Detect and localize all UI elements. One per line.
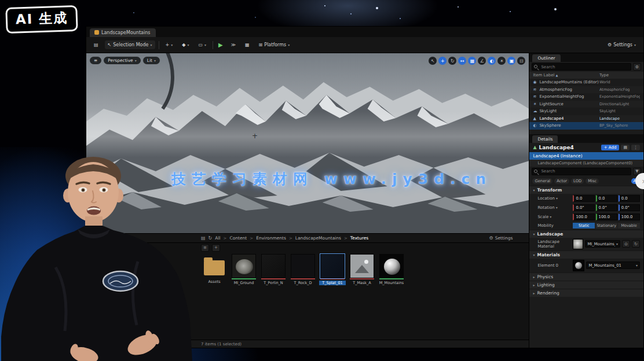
section-transform[interactable]: ▾ Transform: [529, 186, 643, 194]
chip-general[interactable]: General: [532, 178, 552, 184]
platforms-dropdown[interactable]: ⊞ Platforms ▾: [256, 40, 293, 49]
mobility-stationary-button[interactable]: Stationary: [595, 223, 617, 229]
outliner-row[interactable]: ≋ AtmosphericFog AtmosphericFog: [529, 86, 643, 94]
tab-details[interactable]: Details: [532, 135, 558, 143]
scale-y-field[interactable]: 100.0: [596, 213, 617, 220]
section-lighting[interactable]: ▸ Lighting: [529, 281, 643, 289]
component-row[interactable]: LandscapeComponent (LandscapeComponent0): [529, 160, 643, 167]
save-all-button[interactable]: ▤: [201, 235, 206, 241]
project-tab[interactable]: LandscapeMountains: [90, 28, 156, 37]
section-rendering[interactable]: ▸ Rendering: [529, 289, 643, 297]
scale-tool-button[interactable]: ↔: [458, 57, 466, 65]
scale-z-field[interactable]: 100.0: [619, 213, 640, 220]
outliner-row[interactable]: ☀ LightSource DirectionalLight: [529, 101, 643, 108]
asset-name: MI_Ground: [234, 281, 254, 285]
rotation-x-field[interactable]: 0.0°: [573, 204, 594, 211]
skip-button[interactable]: ≫: [228, 40, 239, 49]
breadcrumb-segment[interactable]: Content: [229, 235, 247, 241]
chevron-right-icon: ▸: [533, 291, 535, 295]
mobility-static-button[interactable]: Static: [573, 223, 595, 229]
quick-add-button[interactable]: + ▾: [163, 40, 176, 49]
asset-tile[interactable]: T_Perlin_N: [260, 254, 287, 285]
scale-x-field[interactable]: 100.0: [573, 213, 594, 220]
play-button[interactable]: ▶: [217, 40, 225, 49]
outliner-settings-button[interactable]: ⚙: [633, 63, 641, 71]
viewport-menu-button[interactable]: ≡: [90, 57, 101, 64]
view-modes-button[interactable]: ▣: [507, 57, 515, 65]
asset-type-bar: [379, 278, 404, 279]
browse-to-asset-button[interactable]: ⊙: [622, 240, 630, 248]
save-button[interactable]: ▤: [621, 145, 630, 150]
asset-tile[interactable]: MI_Ground: [230, 254, 257, 285]
rotate-tool-button[interactable]: ↻: [448, 57, 456, 65]
outliner-search-input[interactable]: [532, 63, 631, 71]
breadcrumb-separator: >: [344, 236, 347, 241]
location-y-field[interactable]: 0.0: [596, 195, 617, 202]
move-tool-button[interactable]: +: [438, 57, 447, 65]
chip-lod[interactable]: LOD: [571, 178, 584, 184]
chevron-down-icon: ▾: [533, 188, 535, 192]
component-row-selected[interactable]: Landscape4 (Instance): [529, 152, 643, 160]
asset-tile[interactable]: T_Rock_D: [290, 254, 316, 285]
maximize-viewport-button[interactable]: ⊡: [517, 57, 525, 65]
location-z-field[interactable]: 0.0: [619, 195, 640, 202]
camera-speed-button[interactable]: ☀: [497, 57, 506, 65]
chip-actor[interactable]: Actor: [554, 178, 569, 184]
play-icon: ▶: [218, 42, 223, 48]
modes-dropdown[interactable]: ↖ Selection Mode ▾: [105, 40, 155, 49]
scale-snap-button[interactable]: ◐: [488, 57, 496, 65]
location-x-field[interactable]: 0.0: [573, 195, 594, 202]
chevron-down-icon: ▾: [288, 43, 290, 47]
tab-outliner[interactable]: Outliner: [532, 54, 560, 62]
chip-mis c[interactable]: Misc: [586, 178, 599, 184]
breadcrumb-segment[interactable]: All: [215, 235, 220, 241]
select-tool-button[interactable]: ↖: [429, 57, 437, 65]
outliner-row[interactable]: ≋ ExponentialHeightFog ExponentialHeight…: [529, 93, 643, 101]
view-mode-dropdown[interactable]: Lit ▾: [143, 57, 160, 64]
outliner-row[interactable]: ◐ SkySphere BP_Sky_Sphere: [529, 122, 643, 130]
add-asset-button[interactable]: +: [212, 244, 220, 252]
outliner-row[interactable]: ☁ SkyLight SkyLight: [529, 108, 643, 115]
section-physics[interactable]: ▸ Physics: [529, 272, 643, 281]
asset-tile[interactable]: T_Mask_A: [349, 254, 375, 285]
multiplayer-options-button[interactable]: ▦: [242, 40, 253, 49]
breadcrumb-segment[interactable]: LandscapeMountains: [295, 235, 341, 241]
breadcrumb-segment-current[interactable]: Textures: [350, 235, 368, 241]
element-material-dropdown[interactable]: M_Mountains_01 ▾: [586, 261, 640, 269]
asset-type-bar: [291, 278, 315, 279]
chevron-down-icon: ▾: [634, 43, 636, 47]
details-search-input[interactable]: [532, 168, 631, 175]
blueprints-button[interactable]: ◆ ▾: [179, 40, 192, 49]
material-dropdown[interactable]: MI_Mountains_Inst ▾: [585, 240, 620, 248]
sort-ascending-icon: ▲: [555, 73, 558, 77]
add-component-button[interactable]: + Add: [601, 145, 620, 150]
material-sphere-thumbnail: [573, 260, 584, 271]
section-materials[interactable]: ▾ Materials: [529, 251, 643, 259]
content-settings-button[interactable]: Settings: [495, 235, 513, 241]
more-options-button[interactable]: ⋮: [631, 145, 640, 150]
reset-property-button[interactable]: ↻: [632, 240, 640, 248]
outliner-tab-bar: Outliner: [529, 53, 643, 62]
rotation-z-field[interactable]: 0.0°: [619, 204, 640, 211]
asset-tile[interactable]: M_Mountains: [378, 254, 405, 285]
section-landscape[interactable]: ▾ Landscape: [529, 230, 643, 238]
asset-tile-folder[interactable]: Assets: [201, 254, 228, 284]
refresh-button[interactable]: ↻: [208, 235, 213, 241]
cinematics-button[interactable]: ▭ ▾: [195, 40, 209, 49]
filter-button[interactable]: ≡: [201, 244, 209, 252]
breadcrumb-segment[interactable]: Environments: [256, 235, 286, 241]
perspective-dropdown[interactable]: Perspective ▾: [104, 57, 140, 64]
outliner-tree: ◉ LandscapeMountains (Editor) World ≋ At…: [529, 79, 643, 130]
save-button[interactable]: ▤: [91, 40, 101, 49]
asset-name: T_Perlin_N: [264, 281, 283, 285]
grid-snap-button[interactable]: ▦: [468, 57, 476, 65]
asset-tile-selected[interactable]: T_Splat_01: [319, 254, 346, 285]
settings-button[interactable]: ⚙ Settings ▾: [605, 40, 639, 49]
outliner-row[interactable]: ◉ LandscapeMountains (Editor) World: [529, 79, 643, 86]
outliner-row-selected[interactable]: ▲ Landscape4 Landscape: [529, 115, 643, 123]
column-type[interactable]: Type: [599, 73, 640, 78]
column-item-label[interactable]: Item Label: [533, 73, 554, 78]
rotation-y-field[interactable]: 0.0°: [596, 204, 617, 211]
angle-snap-button[interactable]: ∠: [478, 57, 486, 65]
mobility-movable-button[interactable]: Movable: [618, 223, 640, 229]
